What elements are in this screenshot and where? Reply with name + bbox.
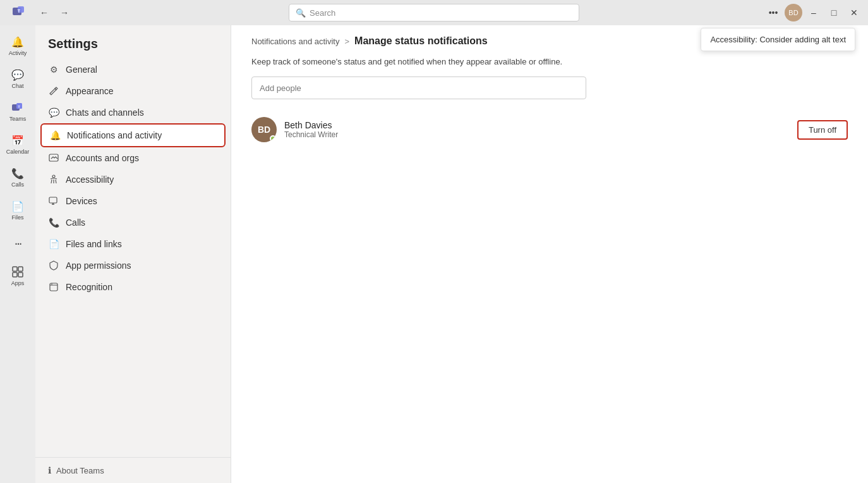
search-placeholder: Search <box>310 8 335 18</box>
sidebar-item-files[interactable]: 📄 Files <box>4 195 32 225</box>
icon-sidebar: 🔔 Activity 💬 Chat T Teams 📅 Calendar 📞 C… <box>0 25 35 483</box>
settings-title: Settings <box>35 25 231 59</box>
add-people-input[interactable] <box>251 76 586 99</box>
svg-point-11 <box>52 175 55 178</box>
teams-logo: T <box>5 0 33 25</box>
accessibility-tooltip: Accessibility: Consider adding alt text <box>701 28 855 51</box>
person-initials: BD <box>258 125 270 135</box>
calendar-label: Calendar <box>6 149 30 155</box>
sidebar-item-calls[interactable]: 📞 Calls <box>4 162 32 192</box>
chats-label: Chats and channels <box>66 107 144 118</box>
teams-label: Teams <box>9 116 27 122</box>
menu-item-devices[interactable]: Devices <box>40 190 226 212</box>
chat-icon: 💬 <box>11 68 25 82</box>
main-container: 🔔 Activity 💬 Chat T Teams 📅 Calendar 📞 C… <box>0 25 868 483</box>
menu-item-calls[interactable]: 📞 Calls <box>40 212 226 233</box>
forward-button[interactable]: → <box>56 4 73 21</box>
person-name: Beth Davies <box>284 120 790 130</box>
person-info: Beth Davies Technical Writer <box>284 120 790 139</box>
devices-icon <box>48 195 59 207</box>
menu-item-app-permissions[interactable]: App permissions <box>40 255 226 276</box>
calls-icon: 📞 <box>11 166 25 180</box>
sidebar-item-calendar[interactable]: 📅 Calendar <box>4 129 32 159</box>
menu-item-accounts[interactable]: Accounts and orgs <box>40 147 226 169</box>
person-title: Technical Writer <box>284 130 790 139</box>
sidebar-item-more[interactable]: ··· <box>4 228 32 258</box>
activity-icon: 🔔 <box>11 35 25 49</box>
status-dot <box>270 135 276 142</box>
nav-buttons: T ← → <box>5 0 73 28</box>
search-icon: 🔍 <box>296 8 306 18</box>
accounts-label: Accounts and orgs <box>66 153 139 163</box>
notifications-icon: 🔔 <box>49 130 61 141</box>
activity-label: Activity <box>9 50 27 56</box>
app-permissions-label: App permissions <box>66 260 131 271</box>
titlebar: T ← → 🔍 Search ••• BD – □ ✕ Accessibilit… <box>0 0 868 25</box>
chat-label: Chat <box>11 83 23 89</box>
sidebar-item-chat[interactable]: 💬 Chat <box>4 63 32 94</box>
about-label: About Teams <box>56 466 104 475</box>
breadcrumb-parent[interactable]: Notifications and activity <box>251 37 339 46</box>
accessibility-icon <box>48 174 59 185</box>
files-label: Files <box>11 214 23 221</box>
settings-footer[interactable]: ℹ About Teams <box>35 457 231 483</box>
about-icon: ℹ <box>48 465 51 475</box>
svg-text:T: T <box>18 105 20 109</box>
svg-rect-7 <box>18 267 23 271</box>
back-button[interactable]: ← <box>35 4 53 21</box>
close-button[interactable]: ✕ <box>845 4 863 21</box>
maximize-button[interactable]: □ <box>825 4 843 21</box>
recognition-icon <box>48 281 59 293</box>
sidebar-item-apps[interactable]: Apps <box>4 260 32 291</box>
svg-rect-12 <box>49 197 57 203</box>
calls-menu-icon: 📞 <box>48 217 59 228</box>
svg-rect-13 <box>50 283 57 291</box>
main-content: Notifications and activity > Manage stat… <box>231 25 868 483</box>
app-permissions-icon <box>48 260 59 271</box>
svg-text:T: T <box>18 9 21 13</box>
svg-rect-6 <box>13 267 17 271</box>
sidebar-item-teams[interactable]: T Teams <box>4 96 32 126</box>
accessibility-label: Accessibility <box>66 174 114 185</box>
menu-item-files[interactable]: 📄 Files and links <box>40 233 226 255</box>
apps-label: Apps <box>11 280 25 286</box>
recognition-label: Recognition <box>66 282 112 292</box>
menu-item-general[interactable]: ⚙ General <box>40 59 226 80</box>
files-menu-icon: 📄 <box>48 238 59 250</box>
user-avatar[interactable]: BD <box>785 4 802 21</box>
calls-label: Calls <box>11 181 24 188</box>
settings-sidebar: Settings ⚙ General Appearance 💬 Chats an… <box>35 25 231 483</box>
content-description: Keep track of someone's status and get n… <box>251 57 848 66</box>
turn-off-button[interactable]: Turn off <box>797 120 848 140</box>
apps-icon <box>11 265 25 279</box>
files-icon: 📄 <box>11 199 25 213</box>
general-icon: ⚙ <box>48 64 59 75</box>
minimize-button[interactable]: – <box>805 4 823 21</box>
sidebar-item-activity[interactable]: 🔔 Activity <box>4 30 32 61</box>
more-icon: ··· <box>11 236 25 250</box>
settings-menu: ⚙ General Appearance 💬 Chats and channel… <box>35 59 231 298</box>
menu-item-accessibility[interactable]: Accessibility <box>40 169 226 190</box>
svg-rect-9 <box>18 272 23 277</box>
breadcrumb-separator: > <box>344 37 349 46</box>
breadcrumb-current: Manage status notifications <box>354 35 488 47</box>
svg-rect-8 <box>13 272 17 277</box>
appearance-icon <box>48 85 59 97</box>
titlebar-actions: ••• BD – □ ✕ <box>764 4 863 21</box>
menu-item-chats[interactable]: 💬 Chats and channels <box>40 102 226 123</box>
general-label: General <box>66 64 97 75</box>
accounts-icon <box>48 152 59 164</box>
appearance-label: Appearance <box>66 86 114 96</box>
menu-item-recognition[interactable]: Recognition <box>40 276 226 298</box>
menu-item-notifications[interactable]: 🔔 Notifications and activity <box>40 123 226 147</box>
calls-menu-label: Calls <box>66 217 85 228</box>
search-bar[interactable]: 🔍 Search <box>289 4 579 21</box>
menu-item-appearance[interactable]: Appearance <box>40 80 226 102</box>
files-label: Files and links <box>66 239 122 249</box>
person-row: BD Beth Davies Technical Writer Turn off <box>251 112 848 147</box>
notifications-label: Notifications and activity <box>67 130 162 140</box>
more-button[interactable]: ••• <box>764 4 782 21</box>
devices-label: Devices <box>66 196 97 206</box>
chats-icon: 💬 <box>48 107 59 118</box>
teams-icon: T <box>11 101 25 114</box>
